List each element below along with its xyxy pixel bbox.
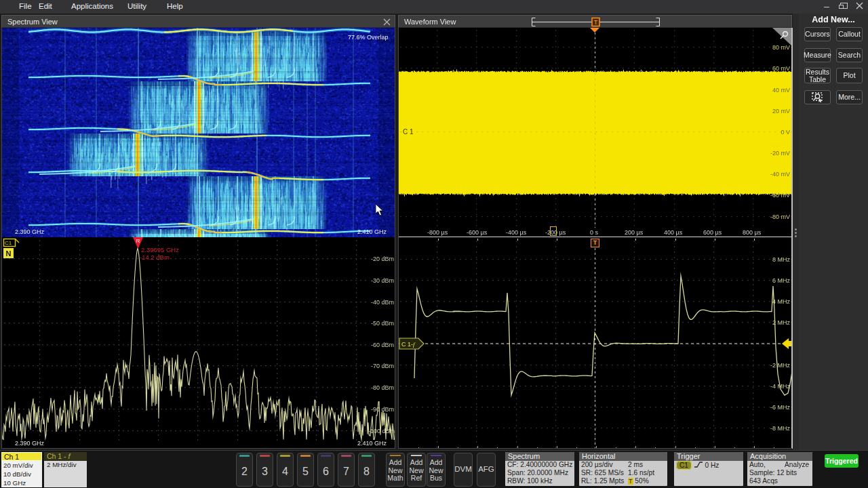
svg-text:T: T [594,19,598,26]
